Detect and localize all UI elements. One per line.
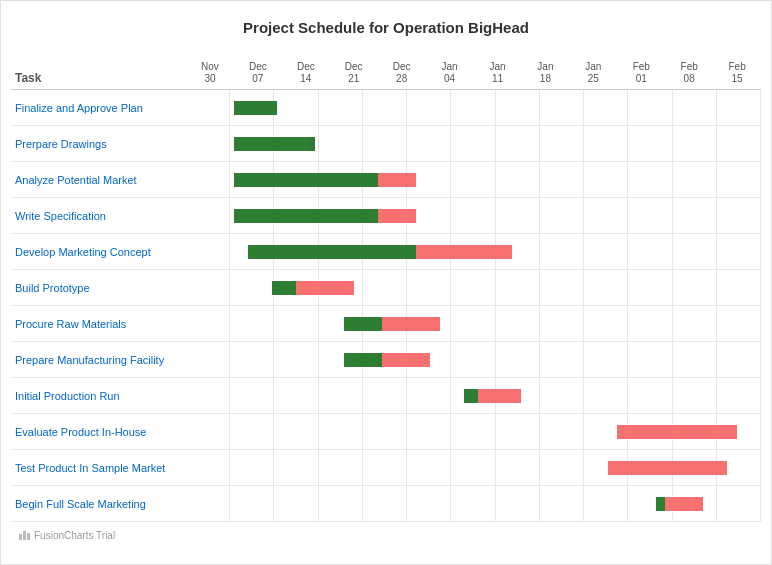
task-name: Build Prototype bbox=[11, 282, 186, 294]
task-name: Develop Marketing Concept bbox=[11, 246, 186, 258]
bar-red bbox=[617, 425, 737, 439]
bar-wrapper-1 bbox=[234, 137, 315, 151]
bar-red bbox=[416, 245, 512, 259]
bar-wrapper-6 bbox=[344, 317, 440, 331]
footer: FusionCharts Trial bbox=[11, 530, 761, 541]
bar-green bbox=[234, 209, 378, 223]
chart-container: Project Schedule for Operation BigHead T… bbox=[0, 0, 772, 565]
bar-red bbox=[382, 353, 430, 367]
bar-red bbox=[378, 209, 416, 223]
task-name: Analyze Potential Market bbox=[11, 174, 186, 186]
task-col-header: Task bbox=[11, 71, 186, 89]
gantt-row bbox=[186, 342, 761, 377]
bar-wrapper-10 bbox=[608, 461, 728, 475]
gantt-row bbox=[186, 270, 761, 305]
bar-green bbox=[234, 137, 315, 151]
date-headers: Nov30Dec07Dec14Dec21Dec28Jan04Jan11Jan18… bbox=[186, 61, 761, 89]
gantt-row bbox=[186, 378, 761, 413]
table-row: Initial Production Run bbox=[11, 378, 761, 414]
table-row: Develop Marketing Concept bbox=[11, 234, 761, 270]
date-header-6: Jan11 bbox=[474, 61, 522, 89]
gantt-row bbox=[186, 486, 761, 521]
gantt-row bbox=[186, 126, 761, 161]
bar-red bbox=[296, 281, 353, 295]
date-header-9: Feb01 bbox=[617, 61, 665, 89]
task-name: Evaluate Product In-House bbox=[11, 426, 186, 438]
bar-red bbox=[608, 461, 728, 475]
bar-red bbox=[665, 497, 703, 511]
footer-label: FusionCharts Trial bbox=[34, 530, 115, 541]
chart-title: Project Schedule for Operation BigHead bbox=[11, 19, 761, 36]
bar-wrapper-9 bbox=[617, 425, 737, 439]
date-header-11: Feb15 bbox=[713, 61, 761, 89]
date-header-1: Dec07 bbox=[234, 61, 282, 89]
bar-wrapper-0 bbox=[234, 101, 277, 115]
date-header-2: Dec14 bbox=[282, 61, 330, 89]
fusion-icon bbox=[19, 531, 30, 540]
bar-wrapper-3 bbox=[234, 209, 416, 223]
table-row: Test Product In Sample Market bbox=[11, 450, 761, 486]
bar-red bbox=[478, 389, 521, 403]
bar-red bbox=[382, 317, 439, 331]
gantt-row bbox=[186, 90, 761, 125]
full-chart: TaskNov30Dec07Dec14Dec21Dec28Jan04Jan11J… bbox=[11, 50, 761, 522]
header-row: TaskNov30Dec07Dec14Dec21Dec28Jan04Jan11J… bbox=[11, 50, 761, 90]
bar-wrapper-7 bbox=[344, 353, 430, 367]
task-name: Procure Raw Materials bbox=[11, 318, 186, 330]
table-row: Analyze Potential Market bbox=[11, 162, 761, 198]
bar-red bbox=[378, 173, 416, 187]
bar-green bbox=[234, 173, 378, 187]
gantt-row bbox=[186, 198, 761, 233]
bar-green bbox=[248, 245, 416, 259]
gantt-row bbox=[186, 306, 761, 341]
date-header-8: Jan25 bbox=[569, 61, 617, 89]
table-row: Evaluate Product In-House bbox=[11, 414, 761, 450]
bar-wrapper-4 bbox=[248, 245, 512, 259]
gantt-row bbox=[186, 234, 761, 269]
table-row: Prerpare Drawings bbox=[11, 126, 761, 162]
table-row: Write Specification bbox=[11, 198, 761, 234]
task-name: Test Product In Sample Market bbox=[11, 462, 186, 474]
date-header-10: Feb08 bbox=[665, 61, 713, 89]
date-header-3: Dec21 bbox=[330, 61, 378, 89]
date-header-0: Nov30 bbox=[186, 61, 234, 89]
task-name: Begin Full Scale Marketing bbox=[11, 498, 186, 510]
bar-green bbox=[464, 389, 478, 403]
table-row: Finalize and Approve Plan bbox=[11, 90, 761, 126]
bar-green bbox=[272, 281, 296, 295]
bar-green bbox=[344, 353, 382, 367]
data-rows: Finalize and Approve PlanPrerpare Drawin… bbox=[11, 90, 761, 522]
table-row: Procure Raw Materials bbox=[11, 306, 761, 342]
task-name: Prerpare Drawings bbox=[11, 138, 186, 150]
bar-wrapper-11 bbox=[656, 497, 704, 511]
bar-green bbox=[234, 101, 277, 115]
gantt-row bbox=[186, 162, 761, 197]
bar-wrapper-8 bbox=[464, 389, 522, 403]
bar-green bbox=[656, 497, 666, 511]
task-name: Finalize and Approve Plan bbox=[11, 102, 186, 114]
date-header-5: Jan04 bbox=[426, 61, 474, 89]
gantt-row bbox=[186, 414, 761, 449]
table-row: Begin Full Scale Marketing bbox=[11, 486, 761, 522]
table-row: Build Prototype bbox=[11, 270, 761, 306]
task-name: Initial Production Run bbox=[11, 390, 186, 402]
table-row: Prepare Manufacturing Facility bbox=[11, 342, 761, 378]
bar-green bbox=[344, 317, 382, 331]
gantt-row bbox=[186, 450, 761, 485]
task-name: Write Specification bbox=[11, 210, 186, 222]
task-name: Prepare Manufacturing Facility bbox=[11, 354, 186, 366]
bar-wrapper-2 bbox=[234, 173, 416, 187]
date-header-4: Dec28 bbox=[378, 61, 426, 89]
date-header-7: Jan18 bbox=[521, 61, 569, 89]
bar-wrapper-5 bbox=[272, 281, 353, 295]
